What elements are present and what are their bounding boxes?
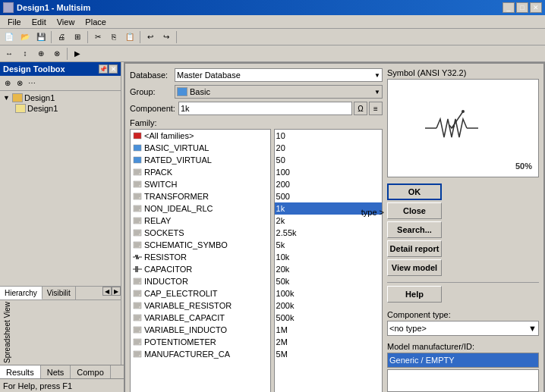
panel-pin-button[interactable]: 📌 bbox=[99, 64, 108, 74]
panel-tb-btn2[interactable]: ⊗ bbox=[14, 77, 26, 89]
component-type-dropdown[interactable]: <no type> ▼ bbox=[387, 321, 539, 336]
tree-item-design1-child[interactable]: Design1 bbox=[2, 103, 119, 114]
family-list-item[interactable]: RPACK bbox=[131, 166, 270, 178]
ok-button[interactable]: OK bbox=[387, 183, 442, 200]
panel-nav-left[interactable]: ◀ bbox=[102, 287, 112, 296]
tb2-btn2[interactable]: ↕ bbox=[17, 47, 33, 61]
component-list-item[interactable]: 2M bbox=[275, 336, 382, 348]
family-list-item[interactable]: RATED_VIRTUAL bbox=[131, 154, 270, 166]
family-item-icon bbox=[132, 204, 143, 213]
database-dropdown[interactable]: Master Database ▼ bbox=[175, 68, 383, 82]
component-list-item[interactable]: 50k bbox=[275, 275, 382, 287]
family-item-icon bbox=[132, 337, 143, 347]
family-list-item[interactable]: <All families> bbox=[131, 130, 270, 142]
minimize-button[interactable]: _ bbox=[502, 2, 515, 13]
tree-item-design1-parent[interactable]: ▼ Design1 bbox=[2, 93, 119, 103]
component-list-item[interactable]: 5M bbox=[275, 348, 382, 360]
component-list-item[interactable]: 2.55k bbox=[275, 227, 382, 239]
tb2-btn4[interactable]: ⊗ bbox=[49, 47, 65, 61]
component-list-item[interactable]: 500 bbox=[275, 190, 382, 202]
panel-tb-btn3[interactable]: ⋯ bbox=[26, 77, 38, 89]
help-button[interactable]: Help bbox=[387, 286, 442, 303]
toolbar-sep-2 bbox=[87, 31, 88, 43]
family-list-item[interactable]: INDUCTOR bbox=[131, 275, 270, 287]
print-button[interactable]: 🖨 bbox=[54, 30, 69, 44]
new-button[interactable]: 📄 bbox=[2, 30, 17, 44]
omega-button[interactable]: Ω bbox=[354, 102, 367, 115]
group-dropdown[interactable]: Basic ▼ bbox=[175, 85, 383, 99]
tab-hierarchy[interactable]: Hierarchy bbox=[0, 287, 43, 299]
component-list-item[interactable]: 200k bbox=[275, 299, 382, 312]
component-list-item[interactable]: 10k bbox=[275, 251, 382, 263]
redo-button[interactable]: ↪ bbox=[159, 30, 174, 44]
family-list-item[interactable]: RELAY bbox=[131, 215, 270, 227]
family-list-item[interactable]: MANUFACTURER_CA bbox=[131, 348, 270, 360]
family-list-item[interactable]: VARIABLE_RESISTOR bbox=[131, 299, 270, 312]
component-list-item[interactable]: 50 bbox=[275, 154, 382, 166]
spreadsheet-label: Spreadsheet View bbox=[3, 302, 11, 363]
tab-results[interactable]: Results bbox=[0, 365, 41, 378]
menu-edit[interactable]: Edit bbox=[27, 17, 51, 27]
print2-button[interactable]: ⊞ bbox=[70, 30, 85, 44]
cut-button[interactable]: ✂ bbox=[90, 30, 106, 44]
tab-compo[interactable]: Compo bbox=[71, 365, 110, 378]
open-button[interactable]: 📂 bbox=[17, 30, 33, 44]
family-item-icon bbox=[132, 313, 143, 322]
family-list-item[interactable]: CAPACITOR bbox=[131, 263, 270, 275]
view-model-button[interactable]: View model bbox=[387, 259, 442, 276]
component-list-item[interactable]: 20k bbox=[275, 263, 382, 275]
family-list-item[interactable]: NON_IDEAL_RLC bbox=[131, 202, 270, 215]
status-text: For Help, press F1 bbox=[3, 381, 72, 390]
model-manufacturer-value[interactable]: Generic / EMPTY bbox=[387, 353, 539, 368]
panel-nav-right[interactable]: ▶ bbox=[112, 287, 121, 296]
copy-button[interactable]: ⎘ bbox=[106, 30, 121, 44]
panel-title-text: Design Toolbox bbox=[3, 64, 65, 74]
panel-close-button[interactable]: ✕ bbox=[109, 64, 118, 74]
component-list-item[interactable]: 100k bbox=[275, 287, 382, 299]
family-list-item[interactable]: SOCKETS bbox=[131, 227, 270, 239]
family-list-item[interactable]: TRANSFORMER bbox=[131, 190, 270, 202]
family-label: Family: bbox=[130, 118, 271, 127]
menu-place[interactable]: Place bbox=[80, 17, 111, 27]
family-list-item[interactable]: CAP_ELECTROLIT bbox=[131, 287, 270, 299]
family-list-item[interactable]: SCHEMATIC_SYMBO bbox=[131, 239, 270, 251]
detail-report-button[interactable]: Detail report bbox=[387, 240, 442, 257]
tab-nets[interactable]: Nets bbox=[41, 365, 71, 378]
component-list-item[interactable]: 1M bbox=[275, 324, 382, 336]
panel-tb-btn1[interactable]: ⊕ bbox=[2, 77, 14, 89]
undo-button[interactable]: ↩ bbox=[143, 30, 158, 44]
dialog-left-column: Database: Master Database ▼ Group: Basic… bbox=[130, 68, 383, 392]
family-list-item[interactable]: SWITCH bbox=[131, 178, 270, 190]
menu-file[interactable]: File bbox=[3, 17, 26, 27]
maximize-button[interactable]: □ bbox=[516, 2, 528, 13]
component-list-item[interactable]: 500k bbox=[275, 312, 382, 324]
tb2-btn5[interactable]: ▶ bbox=[70, 47, 85, 61]
component-list-item[interactable]: 10 bbox=[275, 130, 382, 142]
close-button[interactable]: ✕ bbox=[530, 2, 542, 13]
component-list-item[interactable]: 20 bbox=[275, 142, 382, 154]
design-tree: ▼ Design1 Design1 bbox=[0, 91, 121, 286]
paste-button[interactable]: 📋 bbox=[122, 30, 137, 44]
family-list-item[interactable]: VARIABLE_INDUCTO bbox=[131, 324, 270, 336]
menu-view[interactable]: View bbox=[52, 17, 80, 27]
tab-visibility[interactable]: Visibilit bbox=[43, 287, 76, 299]
family-list-item[interactable]: VARIABLE_CAPACIT bbox=[131, 312, 270, 324]
component-list-item[interactable]: 100 bbox=[275, 166, 382, 178]
tree-expand-icon: ▼ bbox=[3, 94, 11, 102]
close-button[interactable]: Close bbox=[387, 202, 442, 219]
search-button[interactable]: Search... bbox=[387, 221, 442, 238]
family-list-item[interactable]: BASIC_VIRTUAL bbox=[131, 142, 270, 154]
save-button[interactable]: 💾 bbox=[33, 30, 49, 44]
filter-button[interactable]: ≡ bbox=[369, 102, 383, 115]
tb2-btn1[interactable]: ↔ bbox=[2, 47, 17, 61]
component-list-item[interactable]: 200 bbox=[275, 178, 382, 190]
family-list-item[interactable]: POTENTIOMETER bbox=[131, 336, 270, 348]
group-label: Group: bbox=[130, 87, 172, 96]
select-component-dialog: Database: Master Database ▼ Group: Basic… bbox=[124, 62, 545, 392]
family-list-item[interactable]: RESISTOR bbox=[131, 251, 270, 263]
component-input[interactable] bbox=[178, 102, 352, 115]
tb2-btn3[interactable]: ⊕ bbox=[33, 47, 49, 61]
component-listbox[interactable]: 1020501002005001k2k2.55k5k10k20k50k100k2… bbox=[274, 129, 383, 392]
component-list-item[interactable]: 5k bbox=[275, 239, 382, 251]
family-listbox[interactable]: <All families>BASIC_VIRTUALRATED_VIRTUAL… bbox=[130, 129, 271, 392]
